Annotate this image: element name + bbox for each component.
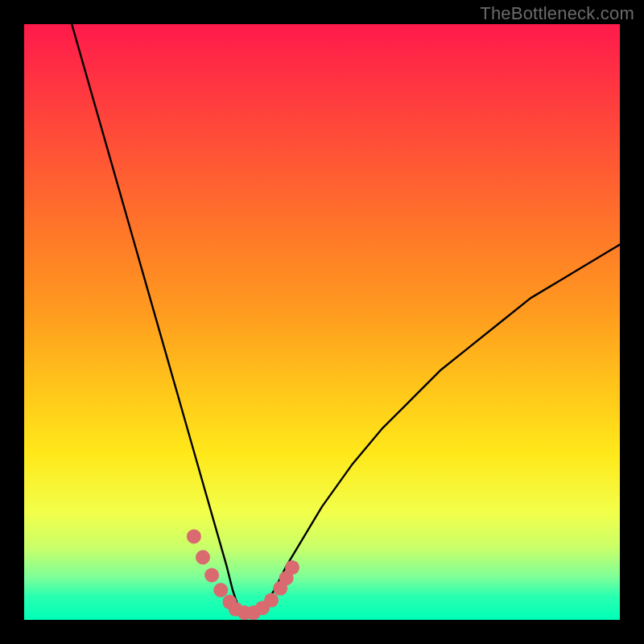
bottleneck-curve <box>72 24 620 614</box>
highlight-marker <box>204 568 219 583</box>
curve-overlay <box>24 24 620 620</box>
highlight-markers <box>187 529 299 620</box>
highlight-marker <box>213 583 228 597</box>
highlight-marker <box>264 593 279 608</box>
highlight-marker <box>196 550 210 564</box>
watermark-text: TheBottleneck.com <box>480 3 634 24</box>
highlight-marker <box>187 529 201 543</box>
plot-area <box>24 24 620 620</box>
highlight-marker <box>285 560 299 575</box>
chart-frame: TheBottleneck.com <box>0 0 644 644</box>
